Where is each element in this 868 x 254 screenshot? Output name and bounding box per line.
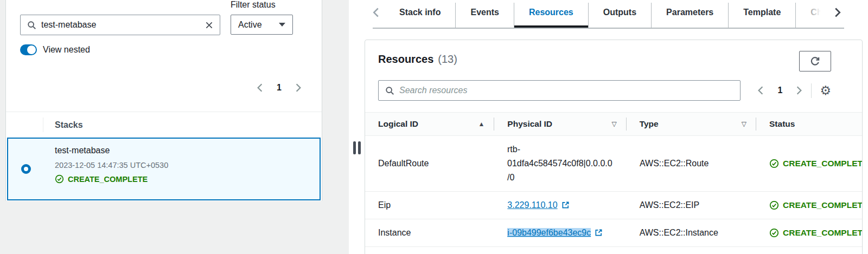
stack-name[interactable]: test-metabase — [55, 146, 168, 155]
sort-icon: ▽ — [742, 120, 746, 128]
prev-page-icon[interactable] — [757, 86, 764, 95]
refresh-button[interactable] — [799, 51, 831, 71]
next-page-icon[interactable] — [295, 83, 302, 93]
type-cell: AWS::EC2::EIP — [627, 194, 756, 217]
stack-detail-panel: Stack infoEventsResourcesOutputsParamete… — [349, 0, 868, 254]
filter-status-label: Filter status — [231, 0, 276, 10]
refresh-icon — [810, 56, 820, 67]
stacks-table-header: Stacks — [6, 112, 322, 138]
tabs-scroll-left-icon[interactable] — [372, 6, 381, 18]
resources-count: (13) — [438, 53, 457, 66]
stack-radio-selected[interactable] — [21, 164, 31, 174]
column-label: Status — [769, 119, 795, 129]
success-check-icon — [55, 174, 64, 184]
resource-table-row: Eip 3.229.110.10 AWS::EC2::EIP CREATE_CO… — [365, 192, 862, 219]
physical-id-cell: i-09b499ef6be43ec9c — [494, 219, 626, 246]
type-cell: AWS::EC2::Instance — [627, 222, 756, 244]
status-text: CREATE_COMPLETE — [783, 159, 863, 168]
physical-id-link[interactable]: i-09b499ef6be43ec9c — [507, 228, 603, 237]
current-page[interactable]: 1 — [777, 86, 782, 95]
stack-search-input[interactable] — [41, 20, 200, 30]
column-separator — [43, 118, 43, 132]
preferences-gear-icon[interactable]: ⚙ — [820, 84, 831, 97]
column-header-type[interactable]: Type ▽ — [627, 113, 756, 135]
stacks-list-panel: Filter status Active View nested 1 Stack… — [5, 0, 322, 201]
stack-status-badge: CREATE_COMPLETE — [55, 174, 168, 184]
resources-search-input[interactable] — [399, 86, 733, 95]
resources-search-box[interactable] — [378, 80, 741, 101]
stack-detail-tabs: Stack infoEventsResourcesOutputsParamete… — [385, 3, 829, 29]
current-page[interactable]: 1 — [277, 83, 282, 93]
physical-id-text: 3.229.110.10 — [507, 200, 557, 210]
next-page-icon[interactable] — [795, 86, 803, 95]
column-label: Physical ID — [507, 119, 552, 129]
tab-cha[interactable]: Cha — [795, 3, 829, 28]
column-header-physical-id[interactable]: Physical ID ▽ — [494, 113, 626, 135]
stack-search-box[interactable] — [20, 15, 220, 35]
tab-outputs[interactable]: Outputs — [588, 3, 651, 28]
resources-title: Resources — [378, 53, 433, 66]
column-header-status[interactable]: Status — [756, 113, 862, 135]
sort-icon: ▲ — [478, 120, 484, 128]
success-check-icon — [769, 228, 779, 238]
status-cell: CREATE_COMPLETE — [756, 194, 862, 217]
external-link-icon — [595, 229, 603, 237]
panel-resize-handle-icon[interactable] — [353, 141, 361, 154]
search-icon — [27, 21, 36, 30]
success-check-icon — [769, 159, 779, 168]
logical-id-cell: Instance — [365, 222, 494, 244]
stack-status-text: CREATE_COMPLETE — [68, 175, 148, 184]
logical-id-cell: Eip — [365, 194, 494, 217]
status-filter-value: Active — [238, 20, 262, 30]
physical-id-cell: rtb-01dfa4c584574c0f8|0.0.0.0/0 — [494, 136, 627, 191]
resource-table-row: Instance i-09b499ef6be43ec9c AWS::EC2::I… — [365, 219, 862, 247]
status-filter-select[interactable]: Active — [231, 15, 293, 35]
success-check-icon — [769, 200, 779, 210]
stacks-column-header: Stacks — [55, 120, 83, 130]
clear-search-icon[interactable] — [205, 21, 213, 29]
status-cell: CREATE_COMPLETE — [756, 152, 862, 175]
physical-id-link[interactable]: 3.229.110.10 — [507, 200, 569, 210]
tab-resources[interactable]: Resources — [514, 3, 588, 28]
status-text: CREATE_COMPLETE — [783, 228, 863, 238]
stacks-pagination: 1 — [256, 83, 302, 93]
view-nested-toggle[interactable] — [20, 44, 37, 55]
logical-id-cell: DefaultRoute — [365, 152, 494, 175]
tabs-scroll-right-icon[interactable] — [833, 6, 843, 18]
status-text: CREATE_COMPLETE — [783, 200, 863, 210]
resources-table-header-row: Logical ID ▲ Physical ID ▽ Type ▽ Status — [365, 112, 862, 136]
resources-card: Resources (13) 1 — [365, 40, 863, 254]
tab-stack-info[interactable]: Stack info — [385, 3, 455, 28]
prev-page-icon[interactable] — [256, 83, 264, 93]
resources-pagination: 1 — [757, 86, 803, 95]
physical-id-cell: 3.229.110.10 — [494, 192, 626, 219]
search-icon — [385, 86, 394, 95]
status-cell: CREATE_COMPLETE — [756, 222, 862, 244]
sort-icon: ▽ — [611, 120, 616, 128]
column-header-logical-id[interactable]: Logical ID ▲ — [365, 113, 494, 135]
tab-parameters[interactable]: Parameters — [651, 3, 728, 28]
tab-events[interactable]: Events — [455, 3, 513, 28]
resources-table: Logical ID ▲ Physical ID ▽ Type ▽ Status… — [365, 112, 862, 247]
column-label: Logical ID — [378, 119, 418, 129]
tab-template[interactable]: Template — [728, 3, 795, 28]
tabs-divider — [373, 28, 844, 29]
toolbar-divider — [811, 83, 812, 98]
stack-list-item-selected[interactable]: test-metabase 2023-12-05 14:47:35 UTC+05… — [7, 138, 321, 200]
view-nested-label: View nested — [43, 45, 90, 55]
stack-timestamp: 2023-12-05 14:47:35 UTC+0530 — [55, 161, 168, 170]
external-link-icon — [561, 201, 570, 209]
column-label: Type — [640, 119, 659, 129]
type-cell: AWS::EC2::Route — [627, 152, 756, 175]
caret-down-icon — [279, 23, 285, 27]
physical-id-text: i-09b499ef6be43ec9c — [507, 228, 591, 237]
resource-table-row: DefaultRoute rtb-01dfa4c584574c0f8|0.0.0… — [365, 136, 862, 192]
